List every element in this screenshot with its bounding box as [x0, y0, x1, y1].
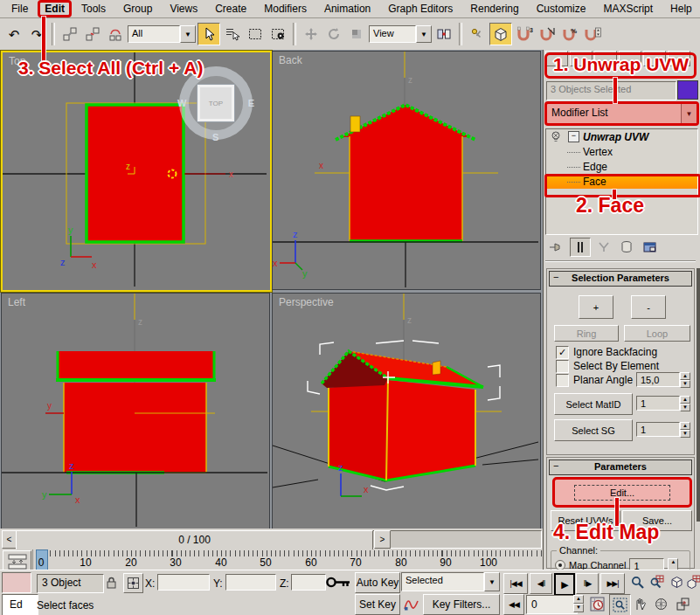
go-to-start-button[interactable]: |◀◀ [503, 573, 528, 594]
snaps-cube-button[interactable] [489, 23, 512, 45]
matid-value[interactable]: 1 [636, 396, 680, 411]
spin-down-icon[interactable]: ▼ [680, 380, 690, 388]
planar-angle-value[interactable]: 15,0 [636, 372, 680, 387]
parameters-header[interactable]: − Parameters [549, 460, 692, 475]
menu-item-rendering[interactable]: Rendering [462, 2, 526, 16]
select-and-manipulate-button[interactable] [467, 24, 488, 45]
pin-stack-button[interactable] [547, 238, 566, 256]
snaps-toggle-3d-button[interactable]: 3 [514, 24, 535, 45]
selection-parameters-header[interactable]: − Selection Parameters [549, 271, 692, 287]
key-step-toggle-button[interactable]: ◀◀ [503, 594, 524, 615]
menu-item-group[interactable]: Group [115, 2, 160, 16]
zoom-button[interactable] [627, 572, 648, 592]
rollout-collapse-icon[interactable]: − [553, 272, 558, 282]
rollout-collapse-icon[interactable]: − [553, 460, 558, 471]
key-filters-button[interactable]: Key Filters... [423, 594, 500, 615]
go-to-end-button[interactable]: ▶▶| [600, 573, 625, 594]
modifier-list-dropdown[interactable]: Modifier List ▼ [544, 101, 699, 126]
panel-scrollbar[interactable] [697, 268, 700, 522]
viewport-left-label[interactable]: Left [8, 296, 25, 308]
zoom-all-button[interactable] [647, 572, 667, 592]
sg-value[interactable]: 1 [636, 422, 680, 437]
menu-item-edit[interactable]: Edit [38, 0, 72, 17]
z-field[interactable] [291, 574, 326, 591]
y-field[interactable] [225, 574, 276, 591]
select-and-move-button[interactable] [301, 24, 322, 45]
menu-item-create[interactable]: Create [207, 2, 254, 16]
stack-row-edge[interactable]: Edge [546, 159, 697, 174]
spin-up-icon[interactable]: ▲ [680, 372, 690, 380]
viewport-back[interactable]: Back z x z x y [272, 51, 541, 290]
bind-to-space-warp-button[interactable] [105, 24, 126, 45]
x-field[interactable] [157, 574, 210, 591]
spinner-snap-button[interactable] [582, 24, 603, 45]
viewcube-west-label[interactable]: W [177, 98, 186, 108]
remove-modifier-button[interactable] [617, 238, 636, 256]
dropdown-arrow-icon[interactable]: ▼ [180, 25, 196, 43]
next-frame-button[interactable]: ‖▶ [576, 573, 599, 594]
edit-uvw-button[interactable]: Edit... [552, 477, 692, 508]
select-and-link-button[interactable] [59, 24, 80, 45]
viewport-perspective-label[interactable]: Perspective [279, 296, 334, 308]
spin-down-icon[interactable]: ▼ [573, 604, 584, 612]
configure-modifier-sets-button[interactable] [640, 238, 659, 256]
set-key-button[interactable]: Set Key [355, 594, 400, 615]
select-matid-button[interactable]: Select MatID [554, 393, 633, 415]
stack-row-modifier[interactable]: − Unwrap UVW [546, 129, 697, 144]
viewport-back-label[interactable]: Back [279, 54, 302, 66]
time-slider-next-button[interactable]: > [374, 530, 391, 549]
spin-up-icon[interactable]: ▲ [680, 396, 690, 404]
zoom-extents-all-button[interactable] [683, 572, 700, 592]
stack-row-vertex[interactable]: Vertex [546, 144, 697, 159]
object-color-swatch[interactable] [677, 80, 698, 100]
time-configuration-button[interactable] [587, 594, 607, 614]
menu-item-modifiers[interactable]: Modifiers [256, 2, 315, 16]
select-by-name-button[interactable] [222, 24, 243, 45]
viewport-top[interactable]: Top z x y x z TOP [1, 51, 272, 292]
reference-coordinate-dropdown[interactable]: View ▼ [369, 25, 432, 43]
auto-key-button[interactable]: Auto Key [355, 572, 400, 593]
spin-down-icon[interactable]: ▼ [680, 430, 690, 438]
spin-up-icon[interactable]: ▲ [680, 422, 690, 430]
time-slider-handle[interactable]: 0 / 100 [16, 530, 373, 551]
menu-item-maxscript[interactable]: MAXScript [595, 2, 661, 16]
menu-item-animation[interactable]: Animation [316, 2, 378, 16]
spin-down-icon[interactable]: ▼ [680, 404, 690, 411]
menu-item-file[interactable]: File [3, 2, 36, 16]
select-and-scale-button[interactable] [346, 24, 367, 45]
new-key-filter-button[interactable] [401, 594, 421, 614]
selection-filter-dropdown[interactable]: All ▼ [128, 25, 196, 43]
object-name-field[interactable]: 3 Objects Selected [546, 81, 676, 100]
mirror-button[interactable] [433, 24, 454, 45]
current-frame-field[interactable]: 0 [526, 595, 578, 614]
menu-item-views[interactable]: Views [162, 2, 205, 16]
rectangular-selection-region-button[interactable] [245, 24, 266, 45]
select-and-rotate-button[interactable] [323, 24, 344, 45]
menu-item-graph-editors[interactable]: Graph Editors [380, 2, 461, 16]
undo-button[interactable]: ↶ [3, 24, 24, 45]
dropdown-arrow-icon[interactable]: ▼ [416, 25, 432, 43]
viewcube-top-face[interactable]: TOP [198, 85, 234, 121]
previous-frame-button[interactable]: ◀‖ [530, 573, 552, 594]
viewport-perspective[interactable]: Perspective z y x [272, 293, 541, 529]
unlink-selection-button[interactable] [82, 24, 103, 45]
key-mode-dropdown[interactable]: Selected ▼ [401, 572, 500, 591]
make-unique-button[interactable] [594, 238, 613, 256]
shrink-selection-button[interactable]: - [631, 295, 666, 319]
select-by-element-checkbox[interactable] [556, 360, 569, 373]
pan-button[interactable] [630, 594, 650, 614]
menu-item-help[interactable]: Help [662, 2, 700, 16]
menu-item-tools[interactable]: Tools [73, 2, 114, 16]
window-crossing-toggle-button[interactable] [267, 24, 288, 45]
region-zoom-button[interactable] [609, 594, 631, 615]
viewcube-east-label[interactable]: E [248, 98, 254, 108]
spin-up-icon[interactable]: ▲ [573, 595, 584, 604]
dropdown-arrow-icon[interactable]: ▼ [681, 104, 697, 123]
dropdown-arrow-icon[interactable]: ▼ [484, 572, 500, 591]
absolute-offset-toggle-button[interactable] [123, 573, 143, 593]
ignore-backfacing-checkbox[interactable]: ✓ [556, 346, 569, 359]
loop-button[interactable]: Loop [624, 325, 690, 342]
ring-button[interactable]: Ring [554, 325, 619, 342]
arc-rotate-button[interactable] [651, 594, 671, 614]
viewcube-south-label[interactable]: S [212, 132, 218, 142]
